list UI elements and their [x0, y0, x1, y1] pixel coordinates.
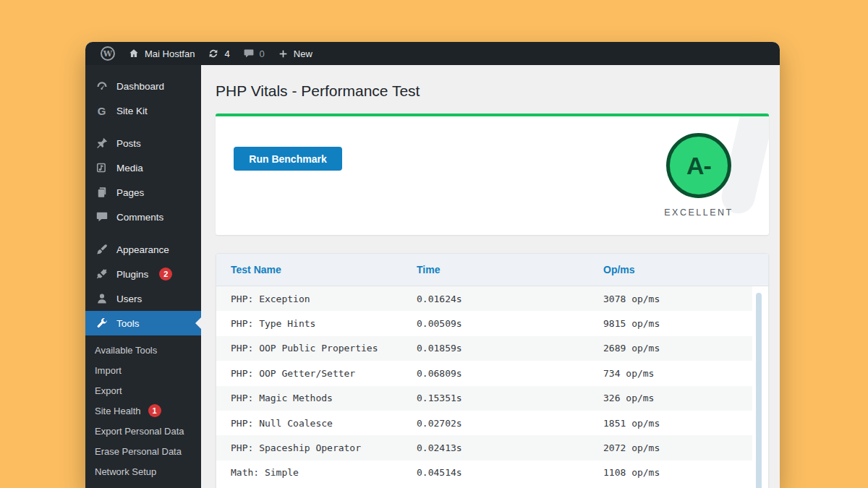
- cell-test-name: PHP: Exception: [231, 294, 417, 304]
- cell-opms: 734 op/ms: [603, 368, 752, 379]
- sidebar-item-posts[interactable]: Posts: [85, 131, 201, 155]
- cell-test-name: PHP: OOP Getter/Setter: [231, 368, 417, 379]
- cell-test-name: PHP: Spaceship Operator: [231, 442, 417, 453]
- results-table-card: Test Name Time Op/ms PHP: Exception 0.01…: [216, 253, 769, 488]
- sidebar-item-tools[interactable]: Tools: [85, 311, 201, 335]
- grade-display: A- EXCELLENT: [644, 133, 753, 218]
- column-header-opms[interactable]: Op/ms: [603, 264, 768, 275]
- sidebar-item-label: Appearance: [116, 244, 169, 255]
- table-scrollbar[interactable]: [756, 293, 762, 488]
- cell-opms: 2689 op/ms: [603, 343, 752, 354]
- plugins-update-badge: 2: [159, 267, 172, 281]
- sidebar-item-users[interactable]: Users: [85, 286, 201, 311]
- home-icon: [128, 48, 140, 59]
- wordpress-menu[interactable]: W: [94, 42, 122, 65]
- table-row: PHP: Magic Methods 0.15351s 326 op/ms: [216, 386, 752, 411]
- submenu-label: Site Health: [95, 406, 141, 416]
- sidebar-item-comments[interactable]: Comments: [85, 205, 201, 229]
- google-g-icon: G: [95, 104, 109, 118]
- cell-time: 0.02702s: [417, 418, 603, 429]
- new-label: New: [294, 48, 312, 59]
- wordpress-logo-icon: W: [101, 46, 115, 61]
- submenu-label: Import: [95, 365, 122, 376]
- comments-count: 0: [260, 48, 265, 59]
- table-body: PHP: Exception 0.01624s 3078 op/ms PHP: …: [216, 286, 752, 485]
- sidebar-item-label: Plugins: [116, 269, 148, 280]
- sidebar-item-label: Pages: [116, 187, 144, 198]
- cell-opms: 9815 op/ms: [603, 318, 752, 329]
- comments-bubble-icon: [243, 48, 255, 59]
- sidebar-separator: [85, 229, 201, 237]
- submenu-item-erase-personal-data[interactable]: Erase Personal Data: [85, 441, 201, 461]
- comments-link[interactable]: 0: [237, 42, 271, 65]
- grade-letter: A-: [686, 152, 711, 180]
- cell-test-name: PHP: OOP Public Properties: [231, 343, 417, 354]
- column-header-time[interactable]: Time: [417, 264, 603, 275]
- submenu-item-network-setup[interactable]: Network Setup: [85, 461, 201, 481]
- sidebar-item-label: Media: [116, 163, 143, 174]
- run-benchmark-button[interactable]: Run Benchmark: [234, 147, 342, 171]
- sidebar-item-media[interactable]: Media: [85, 155, 201, 180]
- grade-circle: A-: [666, 133, 731, 198]
- submenu-label: Erase Personal Data: [95, 446, 182, 457]
- pushpin-icon: [95, 137, 109, 150]
- cell-time: 0.04514s: [417, 467, 603, 478]
- cell-time: 0.06809s: [417, 368, 603, 379]
- tools-submenu: Available Tools Import Export Site Healt…: [85, 340, 201, 481]
- updates-icon: [208, 48, 219, 59]
- cell-test-name: PHP: Null Coalesce: [231, 418, 417, 429]
- main-content: PHP Vitals - Performance Test Run Benchm…: [201, 65, 780, 488]
- submenu-label: Available Tools: [95, 345, 157, 356]
- sidebar-separator: [85, 123, 201, 131]
- table-row: PHP: Null Coalesce 0.02702s 1851 op/ms: [216, 411, 752, 435]
- sidebar-item-label: Site Kit: [116, 106, 148, 116]
- cell-test-name: PHP: Type Hints: [231, 318, 417, 329]
- submenu-item-available-tools[interactable]: Available Tools: [85, 340, 201, 360]
- column-header-test-name[interactable]: Test Name: [231, 264, 417, 275]
- cell-opms: 326 op/ms: [603, 393, 752, 403]
- cell-opms: 1108 op/ms: [603, 467, 752, 478]
- cell-time: 0.00509s: [417, 318, 603, 329]
- wordpress-admin-window: W Mai Hostfan 4 0 New: [85, 42, 780, 488]
- site-name: Mai Hostfan: [145, 48, 195, 59]
- benchmark-card: Run Benchmark A- EXCELLENT: [216, 114, 769, 235]
- grade-caption: EXCELLENT: [644, 207, 753, 218]
- submenu-item-site-health[interactable]: Site Health 1: [85, 401, 201, 421]
- submenu-label: Export Personal Data: [95, 426, 184, 437]
- dashboard-gauge-icon: [95, 80, 109, 93]
- submenu-item-import[interactable]: Import: [85, 360, 201, 380]
- sidebar-item-pages[interactable]: Pages: [85, 180, 201, 205]
- cell-opms: 2072 op/ms: [603, 442, 752, 453]
- plugin-icon: [95, 267, 109, 281]
- updates-link[interactable]: 4: [201, 42, 236, 65]
- cell-test-name: PHP: Magic Methods: [231, 393, 417, 403]
- submenu-item-export[interactable]: Export: [85, 380, 201, 401]
- cell-opms: 1851 op/ms: [603, 418, 752, 429]
- site-name-link[interactable]: Mai Hostfan: [122, 42, 201, 65]
- sidebar-item-label: Posts: [116, 138, 141, 149]
- new-content-menu[interactable]: New: [271, 42, 319, 65]
- sidebar-item-label: Users: [116, 294, 142, 304]
- user-icon: [95, 292, 109, 306]
- sidebar-item-plugins[interactable]: Plugins 2: [85, 262, 201, 286]
- table-row: PHP: Type Hints 0.00509s 9815 op/ms: [216, 311, 752, 335]
- submenu-label: Network Setup: [95, 466, 156, 477]
- submenu-label: Export: [95, 385, 122, 396]
- plus-icon: [278, 48, 289, 59]
- table-row: PHP: Exception 0.01624s 3078 op/ms: [216, 286, 752, 311]
- table-row: PHP: OOP Getter/Setter 0.06809s 734 op/m…: [216, 361, 752, 385]
- sidebar-item-label: Tools: [116, 318, 140, 329]
- admin-sidebar: Dashboard G Site Kit Posts Media Pages: [85, 65, 201, 488]
- submenu-item-export-personal-data[interactable]: Export Personal Data: [85, 421, 201, 441]
- updates-count: 4: [224, 48, 229, 59]
- cell-time: 0.02413s: [417, 442, 603, 453]
- comment-bubble-icon: [95, 210, 109, 224]
- page-title: PHP Vitals - Performance Test: [216, 82, 420, 100]
- sidebar-item-label: Dashboard: [116, 81, 164, 92]
- media-note-icon: [95, 161, 109, 175]
- sidebar-item-site-kit[interactable]: G Site Kit: [85, 98, 201, 123]
- sidebar-item-dashboard[interactable]: Dashboard: [85, 74, 201, 98]
- cell-time: 0.01624s: [417, 294, 603, 304]
- sidebar-item-appearance[interactable]: Appearance: [85, 237, 201, 262]
- cell-test-name: Math: Simple: [231, 467, 417, 478]
